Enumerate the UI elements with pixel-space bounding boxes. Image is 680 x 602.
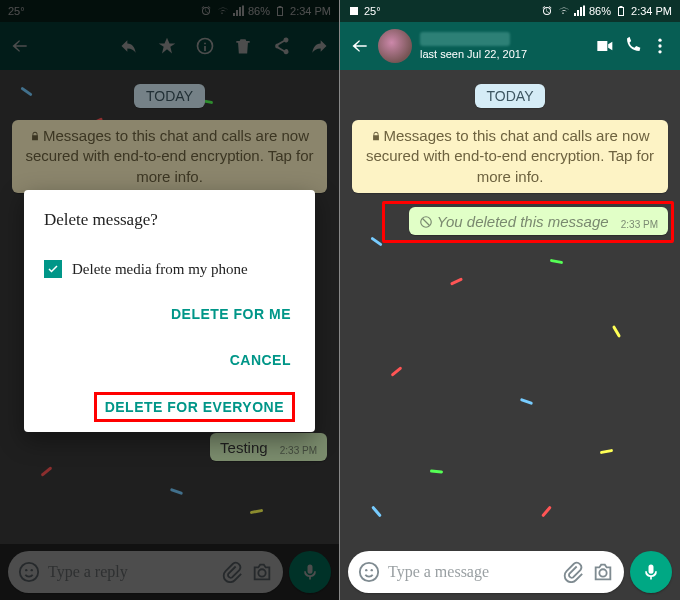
delete-media-checkbox[interactable]: Delete media from my phone [44,260,295,278]
signal-icon [573,5,585,17]
attach-icon[interactable] [562,561,584,583]
delete-for-everyone-button[interactable]: DELETE FOR EVERYONE [94,392,295,422]
chat-header[interactable]: last seen Jul 22, 2017 [340,22,680,70]
svg-point-9 [365,569,367,571]
back-icon[interactable] [350,36,370,56]
encryption-notice[interactable]: Messages to this chat and calls are now … [352,120,668,193]
dialog-title: Delete message? [44,210,295,230]
delete-dialog: Delete message? Delete media from my pho… [24,190,315,432]
lock-icon [371,131,381,141]
blocked-icon [419,215,433,229]
message-input[interactable]: Type a message [348,551,624,593]
delete-for-me-button[interactable]: DELETE FOR ME [167,300,295,328]
mic-button[interactable] [630,551,672,593]
svg-point-6 [658,50,661,53]
encryption-text: Messages to this chat and calls are now … [366,127,654,185]
last-seen: last seen Jul 22, 2017 [420,48,586,60]
battery-icon [615,5,627,17]
deleted-text: You deleted this message [437,213,609,230]
checkbox-label: Delete media from my phone [72,261,248,278]
contact-name [420,32,510,46]
message-time: 2:33 PM [621,219,658,230]
alarm-icon [541,5,553,17]
status-bar: 25° 86% 2:34 PM [340,0,680,22]
svg-point-8 [360,563,378,581]
image-indicator-icon [348,5,360,17]
temp-indicator: 25° [364,5,381,17]
svg-point-4 [658,39,661,42]
camera-icon[interactable] [592,561,614,583]
clock-time: 2:34 PM [631,5,672,17]
contact-info[interactable]: last seen Jul 22, 2017 [420,32,586,60]
date-separator: TODAY [475,84,546,108]
videocall-icon[interactable] [594,36,614,56]
wifi-icon [557,5,569,17]
svg-point-5 [658,44,661,47]
cancel-button[interactable]: CANCEL [226,346,295,374]
deleted-message-bubble[interactable]: You deleted this message 2:33 PM [409,207,668,235]
call-icon[interactable] [622,36,642,56]
svg-point-11 [599,569,606,576]
battery-pct: 86% [589,5,611,17]
emoji-icon[interactable] [358,561,380,583]
chat-area[interactable]: TODAY Messages to this chat and calls ar… [340,70,680,544]
svg-point-10 [371,569,373,571]
mic-icon [641,562,661,582]
checkbox-icon [44,260,62,278]
more-icon[interactable] [650,36,670,56]
avatar[interactable] [378,29,412,63]
input-placeholder: Type a message [388,563,554,581]
composer-bar: Type a message [340,544,680,600]
